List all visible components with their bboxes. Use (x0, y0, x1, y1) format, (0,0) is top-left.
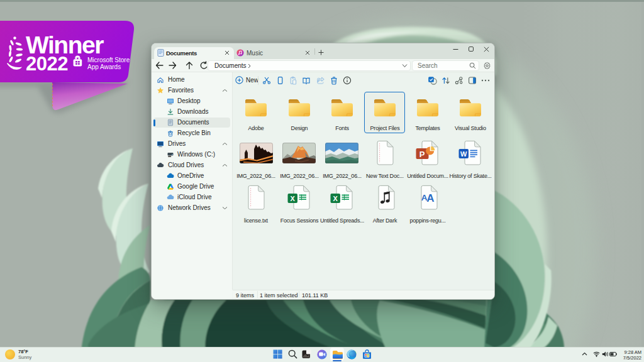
svg-text:W: W (460, 150, 467, 158)
svg-text:X: X (291, 195, 296, 202)
svg-text:X: X (333, 195, 338, 202)
svg-text:P: P (419, 150, 425, 159)
svg-text:A: A (426, 192, 434, 204)
